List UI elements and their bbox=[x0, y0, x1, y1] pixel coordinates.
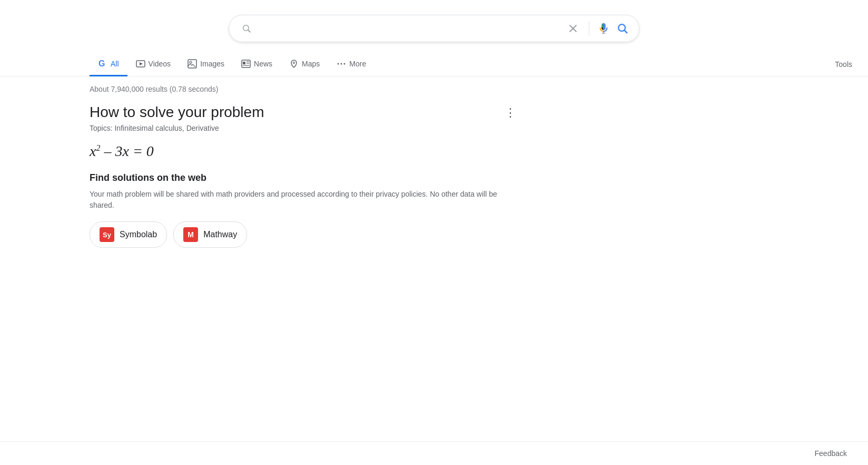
svg-point-19 bbox=[293, 62, 295, 64]
nav-tabs: G All Videos Images bbox=[0, 53, 868, 76]
find-solutions-title: Find solutions on the web bbox=[90, 172, 521, 183]
results-count: About 7,940,000 results (0.78 seconds) bbox=[90, 85, 778, 93]
search-input[interactable]: find the derivative of x^2-3x=0 bbox=[257, 23, 566, 34]
three-dot-menu-button[interactable]: ⋮ bbox=[500, 104, 521, 122]
svg-line-7 bbox=[625, 31, 627, 33]
mathway-logo: M bbox=[183, 227, 198, 242]
feedback-link[interactable]: Feedback bbox=[815, 449, 847, 458]
svg-point-13 bbox=[190, 61, 192, 63]
solve-title: How to solve your problem bbox=[90, 104, 521, 121]
search-bar: find the derivative of x^2-3x=0 bbox=[229, 15, 639, 42]
results-container: About 7,940,000 results (0.78 seconds) H… bbox=[0, 76, 868, 248]
tab-more-label: More bbox=[349, 60, 366, 68]
tab-all[interactable]: G All bbox=[90, 53, 127, 76]
images-icon bbox=[188, 59, 197, 69]
math-equation: x2 – 3x = 0 bbox=[90, 143, 521, 160]
tab-videos-label: Videos bbox=[149, 60, 171, 68]
svg-point-20 bbox=[338, 63, 339, 65]
solve-topics: Topics: Infinitesimal calculus, Derivati… bbox=[90, 124, 521, 132]
svg-marker-11 bbox=[140, 62, 143, 65]
svg-point-22 bbox=[344, 63, 346, 65]
google-search-icon bbox=[242, 24, 251, 33]
clear-button[interactable] bbox=[566, 21, 580, 36]
provider-buttons: Sy Symbolab M Mathway bbox=[90, 221, 521, 248]
svg-rect-15 bbox=[243, 62, 245, 64]
tab-news[interactable]: News bbox=[233, 53, 281, 76]
divider bbox=[589, 21, 589, 36]
mic-button[interactable] bbox=[596, 21, 611, 36]
tools-button[interactable]: Tools bbox=[835, 60, 868, 69]
more-icon bbox=[337, 59, 346, 69]
maps-icon bbox=[289, 59, 299, 69]
solve-box: How to solve your problem Topics: Infini… bbox=[90, 104, 521, 248]
symbolab-logo: Sy bbox=[100, 227, 114, 242]
videos-icon bbox=[136, 59, 145, 69]
tab-all-label: All bbox=[111, 60, 119, 68]
symbolab-button[interactable]: Sy Symbolab bbox=[90, 221, 167, 248]
tab-more[interactable]: More bbox=[328, 53, 374, 76]
mathway-button[interactable]: M Mathway bbox=[173, 221, 247, 248]
search-bar-container: find the derivative of x^2-3x=0 bbox=[0, 0, 868, 42]
tab-images[interactable]: Images bbox=[179, 53, 233, 76]
tab-news-label: News bbox=[254, 60, 272, 68]
all-icon: G bbox=[98, 59, 107, 69]
tab-images-label: Images bbox=[200, 60, 224, 68]
symbolab-label: Symbolab bbox=[120, 230, 157, 239]
svg-text:G: G bbox=[98, 59, 105, 68]
svg-line-1 bbox=[248, 30, 250, 32]
privacy-text: Your math problem will be shared with ma… bbox=[90, 189, 500, 211]
tab-maps-label: Maps bbox=[302, 60, 320, 68]
tab-maps[interactable]: Maps bbox=[281, 53, 328, 76]
svg-point-21 bbox=[341, 63, 342, 65]
mathway-label: Mathway bbox=[203, 230, 237, 239]
news-icon bbox=[241, 59, 251, 69]
svg-rect-5 bbox=[601, 33, 605, 33]
tab-videos[interactable]: Videos bbox=[127, 53, 180, 76]
feedback-bar: Feedback bbox=[0, 441, 868, 465]
search-button[interactable] bbox=[615, 21, 630, 36]
